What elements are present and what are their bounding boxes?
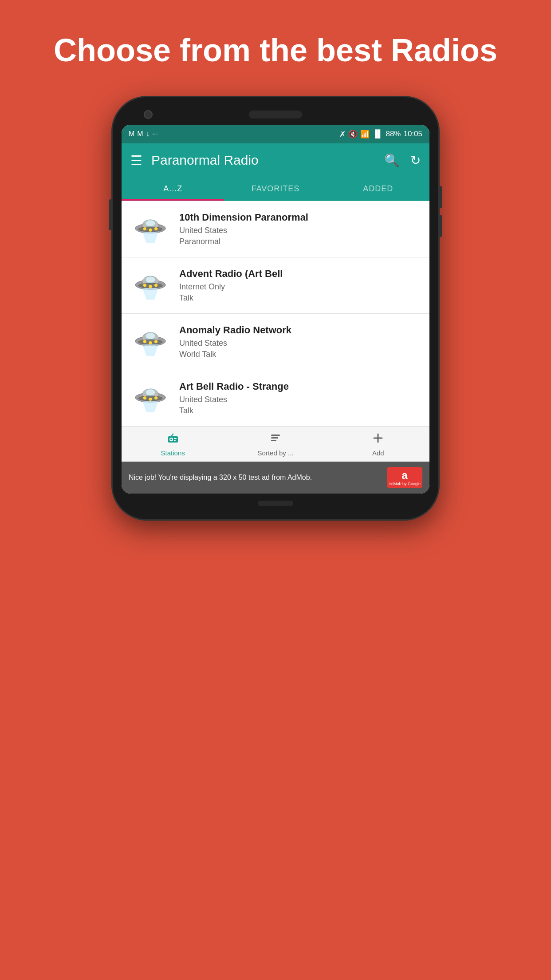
status-left-icons: M M ↓ ···	[129, 130, 158, 138]
app-bar-actions: 🔍 ↻	[384, 153, 421, 168]
wifi-icon: 📶	[360, 130, 370, 139]
svg-point-4	[143, 227, 146, 230]
station-name: 10th Dimension Paranormal	[179, 212, 421, 223]
admob-tagline: AdMob by Google	[389, 482, 421, 486]
station-info: Advent Radio (Art Bell Internet Only Tal…	[179, 268, 421, 303]
phone-screen: M M ↓ ··· ✗ 🔇 📶 ▐▌ 88% 10:05 ☰ Paranorma…	[122, 125, 429, 494]
power-button[interactable]	[109, 199, 112, 230]
tab-az[interactable]: A...Z	[122, 177, 224, 201]
station-logo	[130, 378, 170, 418]
station-name: Art Bell Radio - Strange	[179, 381, 421, 392]
time-display: 10:05	[403, 130, 422, 138]
station-info: Art Bell Radio - Strange United States T…	[179, 381, 421, 415]
bluetooth-icon: ✗	[339, 130, 346, 139]
svg-rect-44	[271, 440, 276, 441]
station-genre: World Talk	[179, 350, 421, 359]
volume-up-button[interactable]	[439, 186, 442, 208]
svg-point-24	[154, 340, 157, 343]
svg-point-32	[149, 398, 152, 401]
svg-point-11	[146, 277, 155, 283]
phone-bottom-bezel	[122, 501, 429, 506]
home-button	[258, 501, 293, 506]
station-country: United States	[179, 395, 421, 404]
station-country: United States	[179, 339, 421, 348]
svg-point-29	[146, 389, 155, 395]
page-title: Choose from the best Radios	[36, 31, 515, 69]
more-icon: ···	[152, 130, 158, 138]
svg-point-20	[146, 333, 155, 339]
hamburger-menu-button[interactable]: ☰	[130, 153, 142, 168]
svg-rect-39	[174, 438, 177, 439]
add-label: Add	[372, 449, 384, 457]
svg-rect-42	[271, 435, 280, 436]
station-item[interactable]: 10th Dimension Paranormal United States …	[122, 201, 429, 257]
battery-level: 88%	[386, 130, 401, 138]
earpiece-speaker	[249, 111, 302, 119]
svg-point-14	[149, 285, 152, 288]
ad-text: Nice job! You're displaying a 320 x 50 t…	[129, 473, 387, 482]
app-bar: ☰ Paranormal Radio 🔍 ↻	[122, 143, 429, 177]
gmail-icon2: M	[137, 130, 143, 138]
status-bar: M M ↓ ··· ✗ 🔇 📶 ▐▌ 88% 10:05	[122, 125, 429, 143]
app-bar-title: Paranormal Radio	[151, 153, 384, 168]
station-item[interactable]: Art Bell Radio - Strange United States T…	[122, 370, 429, 426]
phone-device: M M ↓ ··· ✗ 🔇 📶 ▐▌ 88% 10:05 ☰ Paranorma…	[111, 96, 440, 521]
svg-point-33	[154, 396, 157, 399]
stations-label: Stations	[161, 449, 185, 457]
phone-top-bezel	[122, 111, 429, 119]
download-icon: ↓	[146, 130, 150, 138]
svg-point-5	[149, 229, 152, 232]
station-info: 10th Dimension Paranormal United States …	[179, 212, 421, 246]
station-info: Anomaly Radio Network United States Worl…	[179, 324, 421, 359]
tab-favorites[interactable]: FAVORITES	[224, 177, 327, 201]
mute-icon: 🔇	[348, 130, 358, 139]
search-icon[interactable]: 🔍	[384, 153, 400, 168]
station-name: Advent Radio (Art Bell	[179, 268, 421, 280]
svg-point-2	[146, 220, 155, 226]
svg-point-13	[143, 284, 146, 287]
signal-icon: ▐▌	[372, 130, 383, 138]
station-genre: Talk	[179, 406, 421, 415]
svg-point-6	[154, 227, 157, 230]
refresh-icon[interactable]: ↻	[410, 153, 421, 168]
station-list: 10th Dimension Paranormal United States …	[122, 201, 429, 426]
nav-stations[interactable]: Stations	[122, 427, 224, 462]
station-genre: Talk	[179, 293, 421, 303]
svg-point-22	[143, 340, 146, 343]
svg-rect-40	[174, 440, 176, 441]
bottom-navigation: Stations Sorted by ...	[122, 426, 429, 462]
station-name: Anomaly Radio Network	[179, 324, 421, 336]
svg-point-31	[143, 396, 146, 399]
stations-icon	[167, 432, 179, 447]
station-genre: Paranormal	[179, 237, 421, 246]
svg-point-23	[149, 341, 152, 344]
svg-point-38	[170, 439, 172, 440]
sorted-by-label: Sorted by ...	[258, 449, 294, 457]
station-item[interactable]: Advent Radio (Art Bell Internet Only Tal…	[122, 257, 429, 314]
station-country: United States	[179, 226, 421, 235]
add-icon	[372, 432, 384, 447]
station-country: Internet Only	[179, 282, 421, 292]
svg-point-15	[154, 284, 157, 287]
station-logo	[130, 209, 170, 249]
front-camera	[144, 110, 153, 119]
nav-sorted-by[interactable]: Sorted by ...	[224, 427, 327, 462]
station-logo	[130, 322, 170, 362]
tab-added[interactable]: ADDED	[327, 177, 429, 201]
ad-banner[interactable]: Nice job! You're displaying a 320 x 50 t…	[122, 462, 429, 494]
admob-logo: a AdMob by Google	[387, 467, 422, 488]
tab-bar: A...Z FAVORITES ADDED	[122, 177, 429, 201]
svg-line-41	[171, 434, 173, 436]
station-item[interactable]: Anomaly Radio Network United States Worl…	[122, 314, 429, 370]
volume-down-button[interactable]	[439, 215, 442, 237]
gmail-icon: M	[129, 130, 134, 138]
station-logo	[130, 265, 170, 305]
status-right-icons: ✗ 🔇 📶 ▐▌ 88% 10:05	[339, 130, 422, 139]
admob-a-letter: a	[401, 469, 407, 482]
sorted-by-icon	[269, 432, 282, 447]
nav-add[interactable]: Add	[327, 427, 429, 462]
svg-rect-43	[271, 437, 278, 439]
